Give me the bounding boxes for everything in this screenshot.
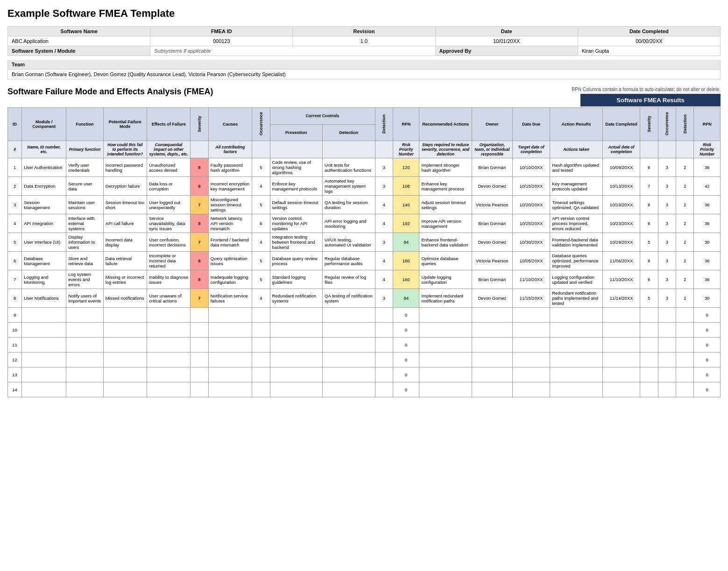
row-detection: [323, 323, 375, 338]
row-causes: Incorrect encryption key management: [208, 177, 252, 196]
row-date-completed: [602, 382, 640, 397]
row-prevention: [270, 338, 323, 352]
row-rpn: 84: [393, 289, 419, 308]
row-recommended: Enhance frontend-backend data validation: [419, 233, 472, 252]
row-due: 10/05/20XX: [512, 252, 550, 270]
row-det-score: [375, 323, 393, 338]
row-due: 11/10/20XX: [512, 270, 550, 289]
row-action: Frontend-backend data validation impleme…: [550, 233, 603, 252]
row-causes: [208, 338, 252, 352]
revision-label: Revision: [293, 27, 435, 36]
row-date-completed: 10/19/20XX: [602, 196, 640, 214]
col-current-controls: Current Controls: [270, 108, 375, 125]
row-det2: [676, 382, 694, 397]
sub-recommended: Steps required to reduce severity, occur…: [419, 141, 472, 158]
row-module: User Interface (UI): [22, 233, 66, 252]
row-pfm: Incorrect password handling: [103, 158, 147, 177]
row-due: [512, 367, 550, 382]
row-recommended: [419, 367, 472, 382]
row-action: Hash algorithm updated and tested: [550, 158, 603, 177]
sub-id: #: [8, 141, 22, 158]
row-det2: [676, 367, 694, 382]
row-owner: [472, 338, 512, 352]
row-action: API version control process improved, er…: [550, 214, 603, 233]
row-module: [22, 308, 66, 323]
row-owner: Brian Gorman: [472, 158, 512, 177]
row-occurrence: 6: [252, 214, 270, 233]
team-value: Brian Gorman (Software Engineer), Devon …: [7, 70, 721, 79]
col-detection: Detection: [375, 108, 393, 141]
row-severity: [191, 338, 208, 352]
software-name-value: ABC Application: [8, 36, 150, 46]
row-rpn: 180: [393, 252, 419, 270]
col-effects: Effects of Failure: [147, 108, 191, 141]
row-date-completed: [602, 323, 640, 338]
row-sev2: 6: [640, 252, 658, 270]
row-function: [66, 308, 104, 323]
row-id: 7: [8, 270, 22, 289]
sub-occ2: [658, 141, 676, 158]
row-module: [22, 352, 66, 367]
row-date-completed: [602, 367, 640, 382]
row-function: Verify user credentials: [66, 158, 104, 177]
row-module: User Notifications: [22, 289, 66, 308]
row-occ2: [658, 367, 676, 382]
col-detection2: Detection: [676, 108, 694, 141]
row-rpn: 160: [393, 270, 419, 289]
row-det2: 2: [676, 158, 694, 177]
row-rpn2: 0: [694, 367, 721, 382]
row-due: 10/10/20XX: [512, 158, 550, 177]
row-pfm: [103, 338, 147, 352]
row-effects: Unauthorized access denied: [147, 158, 191, 177]
row-sev2: [640, 367, 658, 382]
row-effects: Inability to diagnose issues: [147, 270, 191, 289]
row-rpn: 192: [393, 214, 419, 233]
row-det-score: 4: [375, 252, 393, 270]
col-id: ID: [8, 108, 22, 141]
system-module-label: Software System / Module: [8, 46, 150, 56]
row-recommended: Update logging configuration: [419, 270, 472, 289]
row-module: Database Management: [22, 252, 66, 270]
date-completed-value: 00/00/20XX: [578, 36, 720, 46]
sub-det2: [676, 141, 694, 158]
row-due: 10/20/20XX: [512, 196, 550, 214]
row-sev2: 6: [640, 270, 658, 289]
row-occ2: [658, 382, 676, 397]
row-causes: [208, 352, 252, 367]
row-function: Maintain user sessions: [66, 196, 104, 214]
row-module: [22, 367, 66, 382]
row-pfm: [103, 323, 147, 338]
row-det-score: 3: [375, 233, 393, 252]
row-rpn2: 36: [694, 214, 721, 233]
row-effects: User unaware of critical actions: [147, 289, 191, 308]
row-rpn2: 0: [694, 338, 721, 352]
col-recommended: Recommended Actions: [419, 108, 472, 141]
sub-owner: Organization, team, or individual respon…: [472, 141, 512, 158]
row-det-score: 3: [375, 289, 393, 308]
row-effects: Incomplete or incorrect data returned: [147, 252, 191, 270]
sub-function: Primary function: [66, 141, 104, 158]
row-recommended: Implement redundant notification paths: [419, 289, 472, 308]
sub-sev2: [640, 141, 658, 158]
row-pfm: Missed notifications: [103, 289, 147, 308]
row-rpn2: 42: [694, 177, 721, 196]
row-rpn: 0: [393, 382, 419, 397]
row-causes: Frontend / backend data mismatch: [208, 233, 252, 252]
row-date-completed: 11/10/20XX: [602, 270, 640, 289]
row-det2: 2: [676, 270, 694, 289]
sub-prevention: [270, 141, 323, 158]
row-detection: [323, 338, 375, 352]
row-date-completed: [602, 338, 640, 352]
row-recommended: Optimize database queries: [419, 252, 472, 270]
row-function: [66, 338, 104, 352]
sub-detection: [323, 141, 375, 158]
row-action: Database queries optimized, performance …: [550, 252, 603, 270]
row-effects: [147, 308, 191, 323]
col-rpn2: RPN: [694, 108, 721, 141]
sub-causes: All contributing factors: [208, 141, 252, 158]
row-prevention: [270, 382, 323, 397]
row-detection: [323, 367, 375, 382]
fmea-id-value: 000123: [150, 36, 293, 46]
row-occurrence: [252, 367, 270, 382]
row-rpn2: 0: [694, 352, 721, 367]
